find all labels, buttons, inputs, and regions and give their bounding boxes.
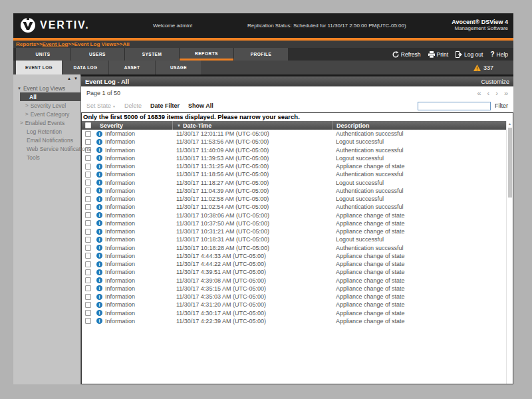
table-row[interactable]: i Information 11/30/17 11:02:54 AM (UTC-… xyxy=(82,203,506,211)
row-checkbox[interactable] xyxy=(85,269,91,275)
row-checkbox[interactable] xyxy=(85,220,91,226)
row-checkbox[interactable] xyxy=(85,139,91,145)
row-checkbox-cell xyxy=(82,245,94,251)
row-checkbox[interactable] xyxy=(85,310,91,316)
header-severity[interactable]: Severity xyxy=(94,121,172,130)
info-icon: i xyxy=(96,204,102,210)
datetime-cell: 11/30/17 11:39:53 AM (UTC-05:00) xyxy=(172,155,332,162)
sidebar-item-tools[interactable]: Tools xyxy=(13,153,80,162)
table-row[interactable]: i Information 11/30/17 11:18:56 AM (UTC-… xyxy=(82,170,506,178)
prev-page-button[interactable]: ‹ xyxy=(487,89,490,97)
tab-system[interactable]: SYSTEM xyxy=(125,48,179,61)
row-checkbox[interactable] xyxy=(85,155,91,161)
table-row[interactable]: i Information 11/30/17 10:18:28 AM (UTC-… xyxy=(82,244,506,252)
info-icon: i xyxy=(96,139,102,145)
table-row[interactable]: i Information 11/30/17 11:02:58 AM (UTC-… xyxy=(82,195,506,203)
sidebar-item-email-notifications[interactable]: Email Notifications xyxy=(13,136,80,144)
row-checkbox[interactable] xyxy=(85,245,91,251)
table-row[interactable]: i Information 11/30/17 10:38:06 AM (UTC-… xyxy=(82,211,506,219)
subtab-asset[interactable]: ASSET xyxy=(109,61,156,74)
row-checkbox[interactable] xyxy=(85,318,91,324)
breadcrumb-separator: >> xyxy=(116,41,122,47)
row-checkbox[interactable] xyxy=(85,277,91,283)
row-checkbox[interactable] xyxy=(85,164,91,170)
logout-button[interactable]: Log out xyxy=(456,51,483,58)
table-row[interactable]: i Information 11/30/17 4:31:20 AM (UTC-0… xyxy=(82,301,506,309)
sidebar-item-event-category[interactable]: > Event Category xyxy=(13,110,80,118)
delete-button[interactable]: Delete xyxy=(124,102,142,109)
table-row[interactable]: i Information 11/30/17 11:04:39 AM (UTC-… xyxy=(82,187,506,195)
subtab-data-log[interactable]: DATA LOG xyxy=(63,61,109,74)
table-row[interactable]: i Information 11/30/17 4:44:22 AM (UTC-0… xyxy=(82,260,506,268)
row-checkbox[interactable] xyxy=(85,302,91,308)
select-all-checkbox[interactable] xyxy=(85,122,91,128)
row-checkbox[interactable] xyxy=(85,196,91,202)
collapse-down-icon[interactable]: ▼ xyxy=(74,76,78,80)
table-row[interactable]: i Information 11/30/17 11:39:53 AM (UTC-… xyxy=(82,154,506,162)
row-checkbox[interactable] xyxy=(85,237,91,243)
sidebar-item-label: Email Notifications xyxy=(27,137,73,144)
tab-units[interactable]: UNITS xyxy=(16,48,70,61)
table-row[interactable]: i Information 11/30/17 11:53:56 AM (UTC-… xyxy=(82,138,506,146)
collapse-up-icon[interactable]: ▲ xyxy=(67,76,71,80)
row-checkbox[interactable] xyxy=(85,180,91,186)
table-row[interactable]: i Information 11/30/17 10:18:31 AM (UTC-… xyxy=(82,235,506,243)
sidebar-item-event-log-views[interactable]: ▼ Event Log Views xyxy=(13,84,80,92)
row-checkbox[interactable] xyxy=(85,212,91,218)
row-checkbox[interactable] xyxy=(85,172,91,178)
table-row[interactable]: i Information 11/30/17 4:39:51 AM (UTC-0… xyxy=(82,268,506,276)
breadcrumb-event-log-link[interactable]: Event Log xyxy=(43,41,68,47)
row-checkbox[interactable] xyxy=(85,261,91,267)
table-row[interactable]: i Information 11/30/17 10:31:21 AM (UTC-… xyxy=(82,227,506,235)
header-datetime[interactable]: ▼ Date-Time xyxy=(172,121,332,130)
row-checkbox-cell xyxy=(82,196,94,202)
row-checkbox[interactable] xyxy=(85,188,91,194)
info-icon: i xyxy=(96,196,102,202)
sidebar-item-web-service-notifications[interactable]: Web Service Notifications xyxy=(13,144,80,153)
filter-input[interactable] xyxy=(418,102,491,110)
last-page-button[interactable]: » xyxy=(504,89,508,97)
table-row[interactable]: i Information 11/30/17 4:35:15 AM (UTC-0… xyxy=(82,285,506,293)
pagination-controls: « ‹ › » xyxy=(477,89,508,97)
table-row[interactable]: i Information 11/30/17 12:01:11 PM (UTC-… xyxy=(82,130,506,138)
sidebar-item-severity-level[interactable]: > Severity Level xyxy=(13,101,80,110)
table-row[interactable]: i Information 11/30/17 11:18:27 AM (UTC-… xyxy=(82,179,506,187)
date-filter-button[interactable]: Date Filter xyxy=(150,102,180,109)
subtab-usage[interactable]: USAGE xyxy=(156,61,202,74)
row-checkbox[interactable] xyxy=(85,285,91,291)
filter-button[interactable]: Filter xyxy=(495,102,508,109)
scroll-up-icon[interactable]: ▲ xyxy=(508,121,511,126)
table-row[interactable]: i Information 11/30/17 4:30:17 AM (UTC-0… xyxy=(82,309,506,317)
sidebar-item-log-retention[interactable]: Log Retention xyxy=(13,127,80,136)
print-button[interactable]: Print xyxy=(428,51,448,58)
show-all-button[interactable]: Show All xyxy=(188,102,213,109)
scrollbar-thumb[interactable] xyxy=(508,128,512,198)
help-button[interactable]: ? Help xyxy=(490,51,508,58)
sidebar-item-enabled-events[interactable]: > Enabled Events xyxy=(13,118,80,127)
first-page-button[interactable]: « xyxy=(477,89,481,97)
sidebar-item-all[interactable]: All xyxy=(20,92,80,101)
subtab-event-log[interactable]: EVENT LOG xyxy=(16,61,63,74)
alert-indicator[interactable]: 337 xyxy=(473,61,513,74)
refresh-button[interactable]: Refresh xyxy=(392,51,421,58)
tab-reports[interactable]: REPORTS xyxy=(180,48,233,61)
row-checkbox[interactable] xyxy=(85,294,91,300)
set-state-button[interactable]: Set State▼ xyxy=(86,102,116,109)
expander-icon[interactable]: ▼ xyxy=(17,86,21,90)
table-row[interactable]: i Information 11/30/17 11:31:25 AM (UTC-… xyxy=(82,162,506,170)
table-row[interactable]: i Information 11/30/17 4:44:33 AM (UTC-0… xyxy=(82,252,506,260)
table-row[interactable]: i Information 11/30/17 4:22:39 AM (UTC-0… xyxy=(82,317,506,325)
row-checkbox[interactable] xyxy=(85,131,91,137)
header-description[interactable]: Description xyxy=(332,121,506,130)
row-checkbox[interactable] xyxy=(85,253,91,259)
table-row[interactable]: i Information 11/30/17 4:39:08 AM (UTC-0… xyxy=(82,277,506,285)
row-checkbox[interactable] xyxy=(85,204,91,210)
tab-profile[interactable]: PROFILE xyxy=(234,48,288,61)
next-page-button[interactable]: › xyxy=(495,89,498,97)
tab-users[interactable]: USERS xyxy=(70,48,124,61)
table-row[interactable]: i Information 11/30/17 4:35:03 AM (UTC-0… xyxy=(82,293,506,301)
table-row[interactable]: i Information 11/30/17 10:37:50 AM (UTC-… xyxy=(82,219,506,227)
customize-link[interactable]: Customize xyxy=(481,78,509,85)
table-row[interactable]: i Information 11/30/17 11:40:09 AM (UTC-… xyxy=(82,146,506,154)
row-checkbox[interactable] xyxy=(85,229,91,235)
